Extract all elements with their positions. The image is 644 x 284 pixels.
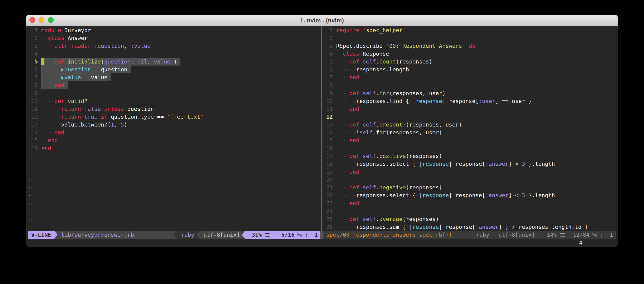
space-dots: · <box>360 153 363 159</box>
space-dots: · <box>91 43 94 49</box>
space-dots: · <box>382 43 386 49</box>
space-dots: ······ <box>336 129 356 136</box>
space-dots: · <box>525 98 528 104</box>
code-line: 18 ······responses.select·{·|response|·r… <box>323 160 616 168</box>
space-dots: · <box>117 122 120 128</box>
line-number: 6 <box>28 66 41 73</box>
space-dots: · <box>498 98 502 104</box>
space-dots: · <box>502 224 505 230</box>
space-dots: · <box>101 106 104 112</box>
space-dots: ···· <box>336 106 349 112</box>
code-line: 3 ····attr_reader·:question,·:value <box>28 42 320 50</box>
space-dots: · <box>164 114 167 120</box>
space-dots: · <box>127 43 130 49</box>
code-line: 3 RSpec.describe·'00:·Respondent·Answers… <box>323 42 616 50</box>
right-pane[interactable]: 1 require·'spec_helper' 2 3 RSpec.descri… <box>323 26 616 231</box>
code-line: 23 ····end <box>323 199 616 207</box>
line-number: 12 <box>28 114 41 120</box>
empty-line: ~ <box>28 168 320 176</box>
code-line: 19 ····end <box>323 168 616 176</box>
space-dots: · <box>81 114 84 120</box>
code-line: 2 ··class·Answer <box>28 34 320 42</box>
powerline-arrow-icon <box>174 231 177 239</box>
line-number: 13 <box>323 122 336 128</box>
space-dots: ···· <box>336 90 349 97</box>
space-dots: · <box>81 106 84 112</box>
space-dots: · <box>416 192 419 199</box>
space-dots: ···· <box>336 216 349 222</box>
code-line: 5 ····def·self.count(responses) <box>323 58 616 66</box>
line-number: 9 <box>323 90 336 97</box>
code-line: 1 require·'spec_helper' <box>323 26 616 34</box>
space-dots: · <box>416 161 419 167</box>
space-dots: ··· <box>44 58 54 65</box>
space-dots: ···· <box>336 153 349 159</box>
left-pane[interactable]: 1 module·Surveyor 2 ··class·Answer 3 ···… <box>28 26 320 231</box>
code-line: 15 ··end <box>28 137 320 144</box>
titlebar: 1. nvim . (nvim) <box>26 15 618 26</box>
showcmd-pending-count: 4 <box>579 239 582 247</box>
tilde-marker: ~ <box>28 216 31 222</box>
line-number: 11 <box>28 106 41 112</box>
space-dots: ···· <box>336 122 349 128</box>
code-line: 6 ······@question·=·question <box>28 66 320 73</box>
line-number: 21 <box>323 184 336 191</box>
right-file-name: spec/00_respondents_answers_spec.rb[+] <box>326 231 452 239</box>
space-dots: ···· <box>41 82 54 88</box>
line-number: 16 <box>323 145 336 151</box>
space-dots: ······ <box>336 66 356 73</box>
tilde-marker: ~ <box>28 200 31 206</box>
empty-line: ~ <box>28 207 320 215</box>
empty-line: ~ <box>28 215 320 223</box>
space-dots: ······ <box>336 161 356 167</box>
code-line: 9 <box>28 89 320 97</box>
right-column-number: 1 <box>610 231 613 239</box>
code-line: 17 ····def·self.positive(responses) <box>323 152 616 160</box>
space-dots: · <box>107 114 110 120</box>
empty-line: ~ <box>28 191 320 199</box>
tilde-marker: ~ <box>28 192 31 199</box>
line-number: 3 <box>28 43 41 49</box>
space-dots: · <box>512 161 515 167</box>
space-dots: ······ <box>336 224 356 230</box>
right-filetype: ruby <box>476 231 489 239</box>
right-encoding: utf-8[unix] <box>498 231 535 239</box>
tilde-marker: ~ <box>28 168 31 175</box>
line-number: 5 <box>323 58 336 65</box>
space-dots: · <box>436 43 439 49</box>
linenr-icon: LN <box>297 231 303 238</box>
line-number: 26 <box>323 224 336 230</box>
line-number: 18 <box>323 161 336 167</box>
line-number: 20 <box>323 176 336 183</box>
line-number: 7 <box>323 74 336 81</box>
space-dots: ·· <box>41 137 48 143</box>
code-line: 5 ····def·initialize(question:·nil,·valu… <box>28 58 320 66</box>
code-line: 13 ····def·self.present?(responses,·user… <box>323 121 616 129</box>
left-filetype: ruby <box>181 231 194 239</box>
left-line-position: 5/16 <box>281 231 294 239</box>
space-dots: · <box>154 114 157 120</box>
left-encoding: utf-8[unix] <box>204 231 240 239</box>
space-dots: · <box>360 90 363 97</box>
space-dots: ···· <box>41 98 54 104</box>
line-number: 15 <box>323 137 336 143</box>
line-number: 3 <box>323 43 336 49</box>
space-dots: · <box>409 98 412 104</box>
line-number: 25 <box>323 216 336 222</box>
space-dots: ···· <box>41 129 54 136</box>
space-dots: ···· <box>336 58 349 65</box>
right-statusline: spec/00_respondents_answers_spec.rb[+] r… <box>323 231 616 239</box>
statusline-separator-cell <box>320 231 323 239</box>
space-dots: · <box>88 74 91 81</box>
left-scroll-percent: 31% <box>252 231 262 239</box>
left-statusline: V-LINE lib/surveyor/answer.rb ruby utf-8… <box>28 231 320 239</box>
code-line: 13 ······value.between?(1,·5) <box>28 121 320 129</box>
space-dots: ···· <box>336 74 349 81</box>
space-dots: · <box>399 224 402 230</box>
desktop-background: 1. nvim . (nvim) 1 module·Surveyor 2 ··c… <box>0 0 644 284</box>
pane-separator[interactable] <box>321 26 322 231</box>
right-colon: : <box>600 231 603 239</box>
command-line[interactable]: 4 <box>26 239 618 247</box>
space-dots: · <box>402 98 406 104</box>
tilde-marker: ~ <box>28 153 31 159</box>
